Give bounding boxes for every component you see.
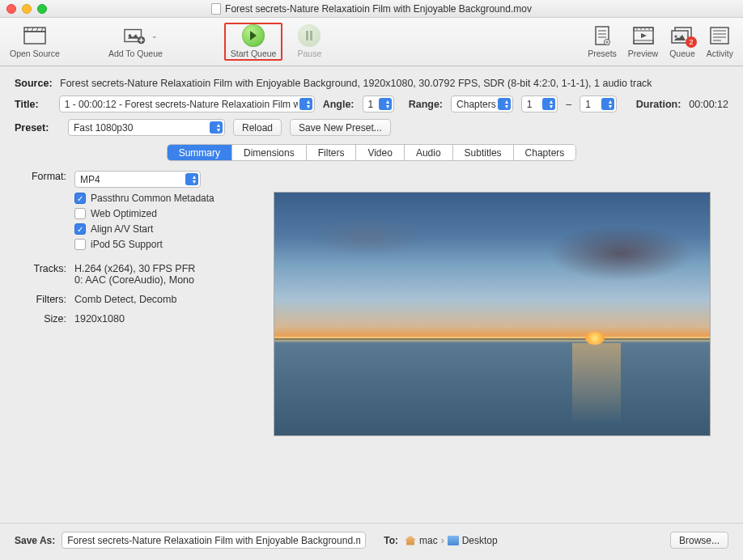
tab-subtitles[interactable]: Subtitles <box>453 145 514 160</box>
filters-value: Comb Detect, Decomb <box>74 294 176 305</box>
film-clapper-icon <box>23 25 46 46</box>
preset-label: Preset: <box>15 122 60 134</box>
toolbar: Open Source ⌄ Add To Queue Start Queue P… <box>0 18 743 66</box>
angle-select[interactable]: 1 ▴▾ <box>363 95 394 112</box>
range-dash: – <box>566 99 571 110</box>
window-controls <box>6 4 47 14</box>
add-to-queue-button[interactable]: ⌄ Add To Queue <box>108 25 163 58</box>
start-queue-highlight: Start Queue <box>224 23 283 61</box>
save-new-preset-button[interactable]: Save New Preset... <box>290 119 391 136</box>
checkbox-unchecked-icon <box>74 208 86 219</box>
web-optimized-checkbox[interactable]: Web Optimized <box>74 208 214 219</box>
title-select[interactable]: 1 - 00:00:12 - Forest secrets-Nature Rel… <box>59 95 315 112</box>
passthru-metadata-checkbox[interactable]: ✓ Passthru Common Metadata <box>74 193 214 204</box>
queue-button[interactable]: Queue <box>669 25 695 58</box>
format-select[interactable]: MP4 ▴▾ <box>74 171 201 188</box>
checkbox-unchecked-icon <box>74 239 86 250</box>
checkbox-checked-icon: ✓ <box>74 223 86 235</box>
svg-point-19 <box>636 28 638 30</box>
range-to-value: 1 <box>585 99 591 110</box>
path-home: mac <box>419 535 438 546</box>
preview-icon <box>632 25 655 46</box>
tab-summary[interactable]: Summary <box>168 145 232 160</box>
save-as-label: Save As: <box>15 535 55 546</box>
maximize-window-button[interactable] <box>37 4 47 14</box>
play-icon <box>242 25 265 46</box>
svg-point-25 <box>674 36 677 38</box>
summary-panel: Format: MP4 ▴▾ ✓ Passthru Common Metadat… <box>15 171 728 436</box>
range-to-select[interactable]: 1 ▴▾ <box>580 95 617 112</box>
document-icon <box>211 3 221 15</box>
size-value: 1920x1080 <box>74 313 125 325</box>
tab-dimensions[interactable]: Dimensions <box>232 145 307 160</box>
destination-path[interactable]: mac › Desktop <box>405 535 498 546</box>
minimize-window-button[interactable] <box>22 4 32 14</box>
tracks-label: Tracks: <box>19 263 66 286</box>
folder-icon <box>448 536 459 545</box>
angle-label: Angle: <box>323 99 355 110</box>
range-from-select[interactable]: 1 ▴▾ <box>521 95 558 112</box>
to-label: To: <box>384 535 398 546</box>
path-separator: › <box>441 535 444 546</box>
title-select-value: 1 - 00:00:12 - Forest secrets-Nature Rel… <box>65 99 298 110</box>
open-source-button[interactable]: Open Source <box>10 25 60 58</box>
tabs: Summary Dimensions Filters Video Audio S… <box>15 144 728 161</box>
ipod-5g-checkbox[interactable]: iPod 5G Support <box>74 239 214 250</box>
path-folder: Desktop <box>462 535 498 546</box>
duration-value: 00:00:12 <box>689 99 728 110</box>
open-source-label: Open Source <box>10 49 60 58</box>
preset-value: Fast 1080p30 <box>74 122 133 134</box>
close-window-button[interactable] <box>6 4 16 14</box>
start-queue-button[interactable]: Start Queue <box>231 25 277 58</box>
duration-label: Duration: <box>636 99 681 110</box>
activity-icon <box>708 25 731 46</box>
checkbox-checked-icon: ✓ <box>74 193 86 204</box>
svg-point-22 <box>648 28 650 30</box>
bottom-bar: Save As: Forest secrets-Nature Relaxatio… <box>0 523 743 560</box>
svg-rect-10 <box>310 31 312 40</box>
presets-button[interactable]: Presets <box>588 25 617 58</box>
tab-filters[interactable]: Filters <box>307 145 357 160</box>
browse-button[interactable]: Browse... <box>670 532 728 549</box>
add-to-queue-label: Add To Queue <box>108 49 163 58</box>
activity-label: Activity <box>707 49 733 58</box>
chevron-down-icon[interactable]: ⌄ <box>151 32 158 40</box>
range-type-select[interactable]: Chapters ▴▾ <box>451 95 513 112</box>
preview-label: Preview <box>628 49 658 58</box>
align-av-checkbox[interactable]: ✓ Align A/V Start <box>74 223 214 235</box>
add-to-queue-icon: ⌄ <box>124 25 146 46</box>
svg-point-20 <box>640 28 642 30</box>
passthru-label: Passthru Common Metadata <box>91 193 214 204</box>
presets-icon <box>591 25 614 46</box>
tab-chapters[interactable]: Chapters <box>514 145 576 160</box>
filters-label: Filters: <box>19 294 66 305</box>
range-label: Range: <box>409 99 443 110</box>
pause-button: Pause <box>297 25 321 58</box>
pause-icon <box>298 25 321 46</box>
range-from-value: 1 <box>527 99 533 110</box>
svg-point-21 <box>644 28 646 30</box>
reload-button[interactable]: Reload <box>233 119 282 136</box>
titlebar: Forest secrets-Nature Relaxatioin Film w… <box>0 0 743 18</box>
queue-label: Queue <box>669 49 695 58</box>
preview-image <box>274 192 711 436</box>
preview-button[interactable]: Preview <box>628 25 658 58</box>
preset-select[interactable]: Fast 1080p30 ▴▾ <box>68 119 225 136</box>
web-optimized-label: Web Optimized <box>91 208 157 219</box>
start-queue-label: Start Queue <box>231 49 277 58</box>
tab-video[interactable]: Video <box>356 145 404 160</box>
save-as-input[interactable]: Forest secrets-Nature Relaxatioin Film w… <box>62 532 366 549</box>
source-value: Forest secrets-Nature Relaxatioin Film w… <box>60 78 652 89</box>
svg-rect-24 <box>672 31 688 43</box>
title-label: Title: <box>15 99 51 110</box>
svg-rect-0 <box>24 32 45 44</box>
main-content: Source: Forest secrets-Nature Relaxatioi… <box>0 66 743 436</box>
home-icon <box>405 536 416 545</box>
tab-audio[interactable]: Audio <box>405 145 453 160</box>
save-as-value: Forest secrets-Nature Relaxatioin Film w… <box>67 535 360 546</box>
tracks-value: H.264 (x264), 30 FPS PFR 0: AAC (CoreAud… <box>74 263 195 286</box>
preview-thumbnail <box>274 192 728 436</box>
source-label: Source: <box>15 78 60 89</box>
window-title-text: Forest secrets-Nature Relaxatioin Film w… <box>225 3 532 15</box>
activity-button[interactable]: Activity <box>707 25 733 58</box>
